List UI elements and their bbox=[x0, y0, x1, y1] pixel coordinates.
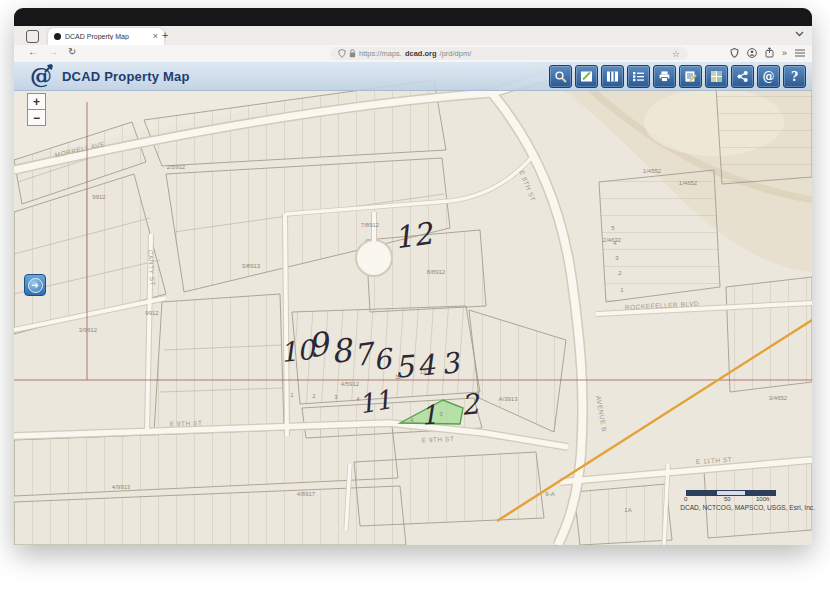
columns-icon[interactable] bbox=[601, 65, 624, 88]
shield-icon bbox=[338, 49, 346, 58]
url-host: dcad.org bbox=[405, 49, 437, 58]
url-field[interactable]: https://maps.dcad.org/prd/dpm/ ☆ bbox=[330, 47, 688, 60]
page-title: DCAD Property Map bbox=[62, 69, 190, 84]
window-titlebar[interactable] bbox=[14, 8, 812, 26]
screenshot-stage: DCAD Property Map × + ← → ↻ https://maps… bbox=[0, 0, 830, 600]
search-icon[interactable] bbox=[549, 65, 572, 88]
map-toolbar: @ ? bbox=[549, 65, 806, 88]
form-icon[interactable] bbox=[679, 65, 702, 88]
extensions-icon[interactable]: » bbox=[782, 48, 787, 58]
bookmark-star-icon[interactable]: ☆ bbox=[672, 49, 680, 59]
dcad-logo: @ bbox=[28, 63, 54, 89]
privacy-badge-icon[interactable] bbox=[730, 48, 739, 58]
app-header: @ DCAD Property Map bbox=[14, 62, 812, 91]
browser-tab[interactable]: DCAD Property Map × bbox=[48, 28, 164, 45]
lock-icon bbox=[349, 49, 356, 58]
print-icon[interactable] bbox=[653, 65, 676, 88]
layer-list-icon[interactable] bbox=[627, 65, 650, 88]
share-icon[interactable] bbox=[765, 47, 774, 58]
tab-favicon bbox=[54, 33, 61, 40]
zoom-in-button[interactable]: + bbox=[27, 93, 46, 110]
tab-close-icon[interactable]: × bbox=[153, 32, 158, 41]
email-icon[interactable]: @ bbox=[757, 65, 780, 88]
help-icon[interactable]: ? bbox=[783, 65, 806, 88]
menu-icon[interactable] bbox=[795, 49, 805, 57]
address-bar: ← → ↻ https://maps.dcad.org/prd/dpm/ ☆ bbox=[14, 45, 812, 63]
zoom-controls: + − bbox=[27, 93, 46, 126]
chevron-down-icon[interactable] bbox=[795, 31, 804, 37]
expand-panel-button[interactable]: ➜ bbox=[24, 274, 46, 296]
profile-icon[interactable] bbox=[747, 48, 757, 58]
tab-strip: DCAD Property Map × + bbox=[14, 26, 812, 45]
tab-overview-icon[interactable] bbox=[26, 30, 39, 43]
map-canvas[interactable] bbox=[14, 62, 812, 545]
forward-button[interactable]: → bbox=[48, 46, 58, 57]
browser-window: DCAD Property Map × + ← → ↻ https://maps… bbox=[14, 8, 812, 545]
reload-button[interactable]: ↻ bbox=[68, 46, 76, 57]
quad-layers-icon[interactable] bbox=[705, 65, 728, 88]
zoom-out-button[interactable]: − bbox=[27, 109, 46, 126]
share-icon[interactable] bbox=[731, 65, 754, 88]
url-path: /prd/dpm/ bbox=[440, 49, 472, 58]
draw-icon[interactable] bbox=[575, 65, 598, 88]
back-button[interactable]: ← bbox=[28, 46, 38, 57]
tab-title: DCAD Property Map bbox=[65, 33, 149, 40]
new-tab-button[interactable]: + bbox=[162, 29, 168, 41]
page-content: @ DCAD Property Map bbox=[14, 62, 812, 545]
url-prefix: https://maps. bbox=[359, 49, 402, 58]
arrow-right-icon: ➜ bbox=[28, 278, 43, 293]
